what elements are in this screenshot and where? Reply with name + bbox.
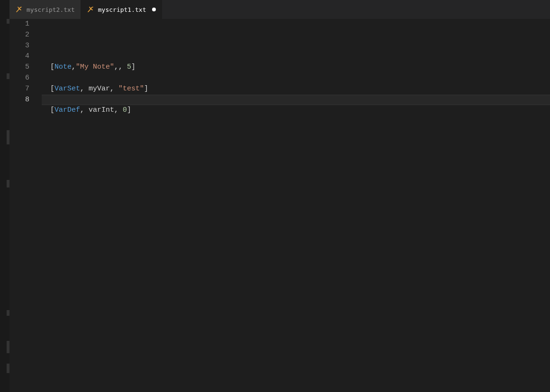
code-line[interactable] <box>50 116 550 127</box>
line-number: 8 <box>9 95 42 106</box>
zbrush-icon <box>87 6 94 13</box>
token-num: 5 <box>127 63 131 71</box>
tab-label: myscript1.txt <box>98 6 146 13</box>
tab-bar: myscript2.txtmyscript1.txt <box>9 0 550 19</box>
token-punct: ] <box>144 85 148 93</box>
line-number: 5 <box>9 62 42 73</box>
token-kw: VarSet <box>54 85 80 93</box>
code-line[interactable] <box>50 127 550 138</box>
token-punct: ] <box>131 63 135 71</box>
token-punct: , <box>114 106 123 114</box>
line-number-gutter: 12345678 <box>9 19 42 392</box>
token-ident: varInt <box>89 106 114 114</box>
token-kw: VarDef <box>54 106 80 114</box>
code-line[interactable] <box>50 95 550 106</box>
code-editor[interactable]: 12345678 [Note,"My Note",, 5][VarSet, my… <box>9 19 550 392</box>
line-number: 4 <box>9 51 42 62</box>
token-ident: myVar <box>89 85 110 93</box>
tab-myscript1-txt[interactable]: myscript1.txt <box>81 0 162 19</box>
token-str: "test" <box>118 85 144 93</box>
line-number: 7 <box>9 84 42 95</box>
token-num: 0 <box>123 106 127 114</box>
token-punct: , <box>72 63 76 71</box>
main-column: myscript2.txtmyscript1.txt 12345678 [Not… <box>9 0 550 392</box>
token-punct: ,, <box>114 63 127 71</box>
line-number: 1 <box>9 19 42 30</box>
token-punct: ] <box>127 106 131 114</box>
tab-myscript2-txt[interactable]: myscript2.txt <box>9 0 81 19</box>
token-punct: , <box>80 85 89 93</box>
zbrush-icon <box>15 6 23 13</box>
code-line[interactable] <box>50 51 550 62</box>
token-punct: [ <box>50 63 54 71</box>
left-rail <box>0 0 9 392</box>
app-root: myscript2.txtmyscript1.txt 12345678 [Not… <box>0 0 550 392</box>
line-number: 6 <box>9 73 42 84</box>
dirty-indicator-icon <box>152 8 156 11</box>
line-number: 3 <box>9 41 42 52</box>
code-area[interactable]: [Note,"My Note",, 5][VarSet, myVar, "tes… <box>42 19 550 392</box>
token-punct: , <box>110 85 118 93</box>
svg-point-0 <box>19 8 20 9</box>
token-punct: [ <box>50 106 54 114</box>
token-kw: Note <box>54 63 72 71</box>
code-line[interactable]: [VarDef, varInt, 0] <box>50 105 550 116</box>
line-number: 2 <box>9 30 42 41</box>
token-punct: , <box>80 106 89 114</box>
token-str: "My Note" <box>76 63 114 71</box>
svg-point-1 <box>90 8 91 9</box>
code-line[interactable]: [VarSet, myVar, "test"] <box>50 84 550 95</box>
token-punct: [ <box>50 85 54 93</box>
code-line[interactable] <box>50 73 550 84</box>
code-line[interactable]: [Note,"My Note",, 5] <box>50 62 550 73</box>
tabs-spacer <box>162 0 550 19</box>
tab-label: myscript2.txt <box>27 6 75 13</box>
